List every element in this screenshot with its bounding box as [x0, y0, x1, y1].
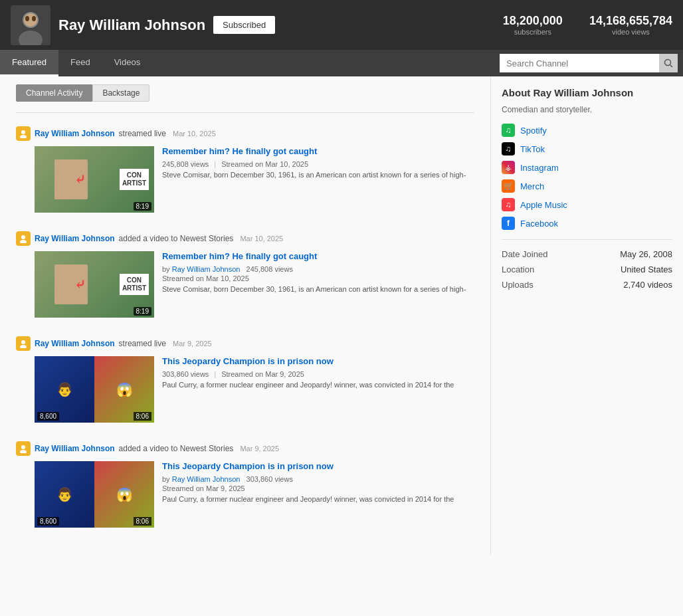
sidebar-about-title: About Ray William Johnson [502, 87, 672, 98]
activity-item: Ray William Johnson streamed live Mar 10… [16, 126, 474, 213]
video-title[interactable]: This Jeopardy Champion is in prison now [162, 461, 474, 472]
video-duration: 8:06 [134, 412, 151, 421]
video-by: by Ray William Johnson 303,860 views [162, 475, 474, 483]
activity-action: added a video to Newest Stories [119, 444, 234, 453]
video-stream-info: Streamed on Mar 9, 2025 [162, 484, 474, 492]
video-info: Remember him? He finally got caught by R… [162, 251, 474, 318]
activity-content: ⤶ CONARTIST 8:19 Remember him? He finall… [16, 251, 474, 318]
video-info: This Jeopardy Champion is in prison now … [162, 356, 474, 423]
nav-tabs: Featured Feed Videos [0, 50, 152, 76]
nav-bar: Featured Feed Videos [0, 50, 683, 76]
video-badge: 8,600 [37, 517, 59, 526]
tiktok-icon: ♫ [502, 142, 515, 155]
video-duration: 8:06 [134, 517, 151, 526]
social-link-spotify[interactable]: ♫ Spotify [502, 124, 672, 137]
tab-featured[interactable]: Featured [0, 50, 58, 76]
svg-point-4 [25, 16, 29, 21]
activity-date: Mar 10, 2025 [240, 235, 283, 243]
activity-author[interactable]: Ray William Johnson [35, 339, 115, 348]
activity-author[interactable]: Ray William Johnson [35, 129, 115, 138]
activity-meta: Ray William Johnson streamed live Mar 9,… [16, 336, 474, 351]
svg-point-8 [21, 130, 25, 134]
video-by: by Ray William Johnson 245,808 views [162, 265, 474, 273]
meta-date-joined: Date Joined May 26, 2008 [502, 249, 672, 259]
video-duration: 8:19 [134, 202, 151, 211]
sidebar-meta: Date Joined May 26, 2008 Location United… [502, 249, 672, 290]
activity-item: Ray William Johnson added a video to New… [16, 231, 474, 318]
uploads-value: 2,740 videos [623, 280, 672, 290]
video-thumbnail[interactable]: ⤶ CONARTIST 8:19 [35, 146, 154, 213]
video-description: Steve Comisar, born December 30, 1961, i… [162, 170, 474, 180]
activity-icon [16, 231, 31, 246]
sub-tabs: Channel Activity Backstage [16, 84, 474, 102]
social-link-instagram[interactable]: ⚶ Instagram [502, 161, 672, 174]
video-views-count: 14,168,655,784 [589, 14, 672, 28]
video-thumbnail[interactable]: ⤶ CONARTIST 8:19 [35, 251, 154, 318]
meta-uploads: Uploads 2,740 videos [502, 280, 672, 290]
video-title[interactable]: Remember him? He finally got caught [162, 251, 474, 262]
video-info: This Jeopardy Champion is in prison now … [162, 461, 474, 528]
search-button[interactable] [659, 54, 678, 72]
video-views-stat: 14,168,655,784 video views [589, 14, 672, 36]
search-input[interactable] [500, 54, 659, 72]
subscribers-stat: 18,200,000 subscribers [503, 14, 563, 36]
sidebar: About Ray William Johnson Comedian and s… [490, 76, 683, 554]
video-description: Paul Curry, a former nuclear engineer an… [162, 494, 474, 504]
activity-action: streamed live [119, 129, 166, 138]
video-author-link[interactable]: Ray William Johnson [172, 475, 241, 483]
activity-meta: Ray William Johnson added a video to New… [16, 441, 474, 456]
user-icon [19, 234, 28, 243]
video-title[interactable]: Remember him? He finally got caught [162, 146, 474, 157]
channel-stats: 18,200,000 subscribers 14,168,655,784 vi… [503, 14, 672, 36]
tab-feed[interactable]: Feed [58, 50, 102, 76]
apple-music-icon: ♫ [502, 198, 515, 211]
activity-date: Mar 9, 2025 [173, 340, 212, 348]
svg-point-9 [20, 135, 27, 138]
video-thumbnail[interactable]: 👨 8,600 😱 8:06 [35, 461, 154, 528]
social-link-apple-music[interactable]: ♫ Apple Music [502, 198, 672, 211]
channel-name: Ray William Johnson [58, 17, 205, 34]
svg-point-14 [21, 445, 25, 449]
activity-date: Mar 9, 2025 [240, 445, 279, 453]
subscribers-label: subscribers [503, 28, 563, 36]
video-views-label: video views [589, 28, 672, 36]
date-joined-value: May 26, 2008 [620, 249, 672, 259]
activity-item: Ray William Johnson added a video to New… [16, 441, 474, 528]
activity-action: added a video to Newest Stories [119, 234, 234, 243]
video-badge: 8,600 [37, 412, 59, 421]
spotify-icon: ♫ [502, 124, 515, 137]
video-thumbnail[interactable]: 👨 8,600 😱 8:06 [35, 356, 154, 423]
search-icon [664, 58, 673, 68]
activity-icon [16, 126, 31, 141]
activity-content: 👨 8,600 😱 8:06 This Jeopardy Champion is… [16, 356, 474, 423]
uploads-label: Uploads [502, 280, 534, 290]
date-joined-label: Date Joined [502, 249, 547, 259]
sub-tab-backstage[interactable]: Backstage [92, 84, 149, 102]
facebook-icon: f [502, 217, 515, 230]
activity-date: Mar 10, 2025 [173, 130, 216, 138]
activity-author[interactable]: Ray William Johnson [35, 234, 115, 243]
video-title[interactable]: This Jeopardy Champion is in prison now [162, 356, 474, 367]
main-layout: Channel Activity Backstage Ray William J… [0, 76, 683, 554]
svg-point-5 [32, 16, 36, 21]
video-views: 245,808 views | Streamed on Mar 10, 2025 [162, 160, 474, 168]
social-link-facebook[interactable]: f Facebook [502, 217, 672, 230]
social-link-tiktok[interactable]: ♫ TikTok [502, 142, 672, 155]
video-author-link[interactable]: Ray William Johnson [172, 265, 241, 273]
meta-location: Location United States [502, 264, 672, 274]
activity-meta: Ray William Johnson streamed live Mar 10… [16, 126, 474, 141]
location-value: United States [621, 264, 672, 274]
subscribe-button[interactable]: Subscribed [213, 16, 275, 34]
activity-author[interactable]: Ray William Johnson [35, 444, 115, 453]
separator [16, 112, 474, 113]
user-icon [19, 129, 28, 138]
video-views: 303,860 views | Streamed on Mar 9, 2025 [162, 370, 474, 378]
activity-content: ⤶ CONARTIST 8:19 Remember him? He finall… [16, 146, 474, 213]
sub-tab-channel-activity[interactable]: Channel Activity [16, 84, 92, 102]
search-area [500, 54, 683, 72]
user-icon [19, 444, 28, 453]
svg-point-11 [20, 240, 27, 243]
tab-videos[interactable]: Videos [102, 50, 153, 76]
location-label: Location [502, 264, 534, 274]
social-link-merch[interactable]: 🛒 Merch [502, 179, 672, 193]
